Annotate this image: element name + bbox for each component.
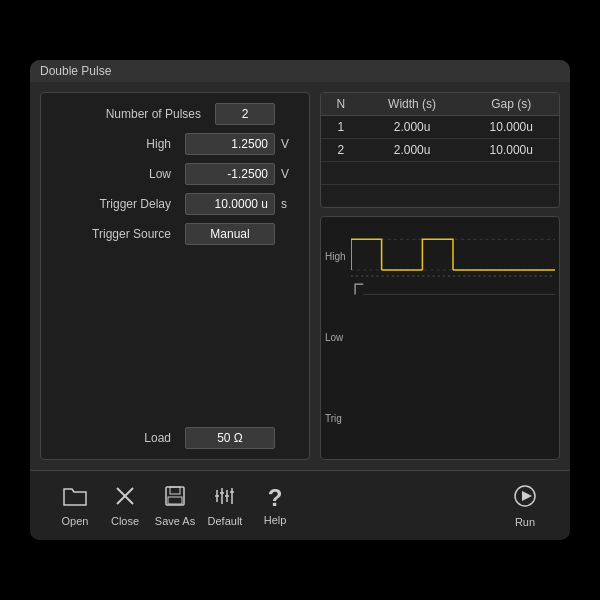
label-load: Load [55, 431, 179, 445]
waveform-display: High Low Trig [320, 216, 560, 460]
field-row-load: Load [55, 427, 295, 449]
label-pulses: Number of Pulses [55, 107, 209, 121]
field-row-pulses: Number of Pulses [55, 103, 295, 125]
help-icon: ? [268, 486, 283, 510]
label-low-wave: Low [325, 333, 346, 343]
save-as-label: Save As [155, 515, 195, 527]
cell-gap-2: 10.000u [464, 139, 559, 162]
close-icon [114, 485, 136, 511]
label-trig-wave: Trig [325, 414, 346, 424]
svg-rect-8 [166, 487, 184, 505]
table-row: 2 2.000u 10.000u [321, 139, 559, 162]
title-bar: Double Pulse [30, 60, 570, 82]
label-high-wave: High [325, 252, 346, 262]
label-trigger-delay: Trigger Delay [55, 197, 179, 211]
cell-width-2: 2.000u [361, 139, 464, 162]
field-row-trigger-source: Trigger Source [55, 223, 295, 245]
left-panel: Number of Pulses High V Low V Trigger De… [40, 92, 310, 460]
open-icon [62, 485, 88, 511]
table-row-empty [321, 162, 559, 185]
cell-n-2: 2 [321, 139, 361, 162]
right-panel: N Width (s) Gap (s) 1 2.000u 10.000u 2 [320, 92, 560, 460]
waveform-svg [351, 221, 555, 303]
save-as-icon [164, 485, 186, 511]
main-panel: Double Pulse Number of Pulses High V Low… [30, 60, 570, 540]
svg-marker-20 [522, 491, 532, 501]
unit-low: V [281, 167, 295, 181]
cell-width-1: 2.000u [361, 116, 464, 139]
run-label: Run [515, 516, 535, 528]
field-row-low: Low V [55, 163, 295, 185]
content-area: Number of Pulses High V Low V Trigger De… [30, 82, 570, 470]
input-high[interactable] [185, 133, 275, 155]
cell-gap-1: 10.000u [464, 116, 559, 139]
save-as-button[interactable]: Save As [150, 485, 200, 527]
close-label: Close [111, 515, 139, 527]
run-icon [513, 484, 537, 512]
svg-rect-10 [168, 497, 182, 504]
table-row: 1 2.000u 10.000u [321, 116, 559, 139]
svg-rect-9 [170, 487, 180, 494]
default-label: Default [208, 515, 243, 527]
table-row-empty2 [321, 185, 559, 208]
input-low[interactable] [185, 163, 275, 185]
input-load[interactable] [185, 427, 275, 449]
open-label: Open [62, 515, 89, 527]
col-n: N [321, 93, 361, 116]
col-width: Width (s) [361, 93, 464, 116]
field-row-high: High V [55, 133, 295, 155]
close-button[interactable]: Close [100, 485, 150, 527]
unit-trigger-delay: s [281, 197, 295, 211]
label-trigger-source: Trigger Source [55, 227, 179, 241]
panel-title: Double Pulse [40, 64, 111, 78]
cell-n-1: 1 [321, 116, 361, 139]
default-button[interactable]: Default [200, 485, 250, 527]
help-label: Help [264, 514, 287, 526]
col-gap: Gap (s) [464, 93, 559, 116]
default-icon [213, 485, 237, 511]
open-button[interactable]: Open [50, 485, 100, 527]
label-high: High [55, 137, 179, 151]
pulse-table: N Width (s) Gap (s) 1 2.000u 10.000u 2 [320, 92, 560, 208]
input-trigger-source[interactable] [185, 223, 275, 245]
wave-labels: High Low Trig [325, 217, 346, 459]
input-pulses[interactable] [215, 103, 275, 125]
help-button[interactable]: ? Help [250, 486, 300, 526]
run-button[interactable]: Run [500, 484, 550, 528]
label-low: Low [55, 167, 179, 181]
input-trigger-delay[interactable] [185, 193, 275, 215]
toolbar: Open Close Save As [30, 470, 570, 540]
unit-high: V [281, 137, 295, 151]
field-row-trigger-delay: Trigger Delay s [55, 193, 295, 215]
